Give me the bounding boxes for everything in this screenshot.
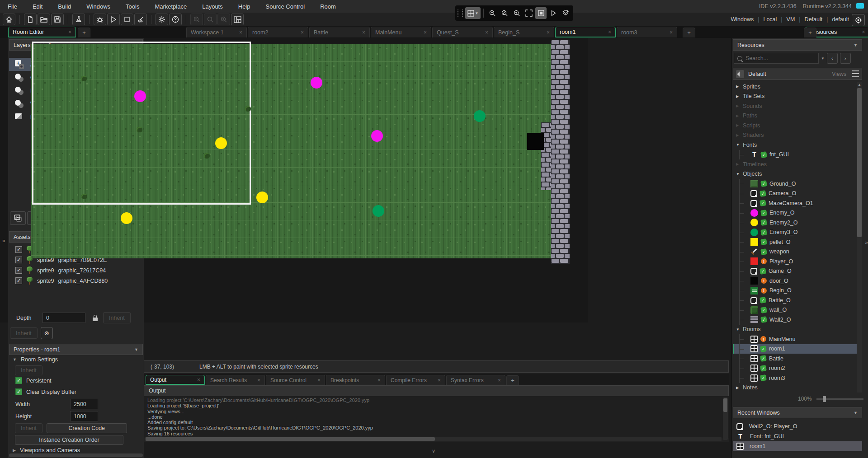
depth-inherit-button[interactable]: Inherit <box>103 312 131 323</box>
checkbox-checked[interactable] <box>15 277 22 284</box>
expander-icon[interactable] <box>736 94 743 98</box>
door-instance[interactable] <box>527 133 544 150</box>
resource-row[interactable]: Battle_O <box>733 295 858 305</box>
stop-button[interactable] <box>121 14 133 25</box>
canvas-zoom-out-button[interactable] <box>486 7 498 19</box>
zoom-slider[interactable] <box>816 398 863 400</box>
recent-window-row[interactable]: room1 <box>733 441 862 451</box>
expander-icon[interactable] <box>736 172 743 176</box>
resource-row[interactable]: pellet_O <box>733 237 858 247</box>
zoom-out-button[interactable] <box>190 14 203 25</box>
resource-row[interactable]: Paths <box>733 111 858 121</box>
resource-row[interactable]: Timelines <box>733 159 858 169</box>
left-panel-scrollbar[interactable] <box>9 453 143 457</box>
add-output-tab-button[interactable]: + <box>506 375 519 385</box>
resource-row[interactable]: Player_O <box>733 257 858 266</box>
resource-tree-scrollbar[interactable]: ▲ <box>857 82 862 393</box>
close-icon[interactable]: × <box>485 29 488 36</box>
open-project-button[interactable] <box>38 14 50 25</box>
canvas-zoom-in-button[interactable] <box>511 7 522 19</box>
resource-row[interactable]: Scripts <box>733 121 858 131</box>
output-vertical-scrollbar[interactable] <box>723 397 728 440</box>
creation-code-button[interactable]: Creation Code <box>47 423 127 433</box>
expander-icon[interactable] <box>736 104 743 108</box>
zoom-in-button[interactable] <box>217 14 230 25</box>
home-button[interactable] <box>3 14 15 25</box>
enemy-instance[interactable] <box>311 77 322 89</box>
resource-row[interactable]: Tile Sets <box>733 92 858 102</box>
search-prev-button[interactable]: ‹ <box>827 53 838 64</box>
new-project-button[interactable] <box>24 14 37 25</box>
recent-window-row[interactable]: Font: fnt_GUI <box>733 431 862 441</box>
menu-item[interactable]: Build <box>50 3 79 10</box>
add-tool-tab-button[interactable]: + <box>78 28 90 37</box>
menu-item[interactable]: Marketplace <box>147 3 194 10</box>
close-icon[interactable]: × <box>670 29 673 36</box>
room-height-input[interactable]: 1000 <box>70 411 98 421</box>
recent-windows-header[interactable]: Recent Windows ▼ <box>733 407 862 418</box>
run-button[interactable] <box>107 14 120 25</box>
chat-icon[interactable] <box>856 3 864 9</box>
checkbox-checked[interactable] <box>15 257 22 263</box>
menu-item[interactable]: File <box>0 3 25 10</box>
menu-item[interactable]: Tools <box>118 3 147 10</box>
checkbox-checked[interactable] <box>15 246 22 253</box>
target-manager-icon[interactable] <box>852 14 865 26</box>
output-log[interactable]: Loading project 'C:\Users\Zachary\Docume… <box>144 396 729 438</box>
enemy-instance[interactable] <box>121 212 132 224</box>
inherit-button[interactable]: Inherit <box>15 423 42 433</box>
resource-row[interactable]: Sprites <box>733 82 858 92</box>
expander-icon[interactable] <box>736 123 743 127</box>
workspace-tab[interactable]: room1 × <box>555 27 616 37</box>
room-width-input[interactable]: 2500 <box>70 399 98 409</box>
recent-window-row[interactable]: Wall2_O: Player_O <box>733 421 862 431</box>
workspace-tab[interactable]: room2 × <box>248 27 308 37</box>
workspace-tab[interactable]: Quest_S × <box>432 27 493 37</box>
search-options-chevron[interactable]: ▼ <box>821 56 825 61</box>
close-icon[interactable]: × <box>424 29 427 36</box>
add-workspace-tab-button[interactable]: + <box>683 28 695 37</box>
close-icon[interactable]: × <box>498 377 501 383</box>
env-build[interactable]: Local <box>763 16 777 23</box>
add-background-layer-button[interactable] <box>10 211 26 225</box>
canvas-run-button[interactable] <box>547 7 559 19</box>
room-properties-header[interactable]: Properties - room1▼ <box>9 344 143 355</box>
menu-item[interactable]: Help <box>231 3 258 10</box>
expander-icon[interactable] <box>736 327 743 332</box>
resource-row[interactable]: door_O <box>733 276 858 286</box>
resource-row[interactable]: MazeCamera_O1 <box>733 198 858 208</box>
toolbar-grip[interactable] <box>458 9 463 17</box>
close-icon[interactable]: × <box>362 29 365 36</box>
env-device[interactable]: default <box>832 16 849 23</box>
views-menu-icon[interactable] <box>852 70 859 77</box>
enemy-instance[interactable] <box>134 90 146 102</box>
close-icon[interactable]: × <box>257 377 260 383</box>
show-room-border-button[interactable] <box>535 7 547 19</box>
inherit-button[interactable]: Inherit <box>10 327 38 339</box>
workspace-tab[interactable]: MainMenu × <box>371 27 431 37</box>
resource-row[interactable]: Begin_O <box>733 286 858 296</box>
resource-row[interactable]: Objects <box>733 169 858 179</box>
enemy-instance[interactable] <box>256 192 268 203</box>
close-icon[interactable]: × <box>547 29 550 36</box>
enemy-instance[interactable] <box>371 130 383 142</box>
resource-row[interactable]: Enemy3_O <box>733 228 858 238</box>
tab-room-editor[interactable]: Room Editor × <box>8 27 76 37</box>
resource-row[interactable]: Battle <box>733 354 858 364</box>
resource-row[interactable]: room3 <box>733 373 858 383</box>
clear-inherit-icon[interactable]: ⊗ <box>41 327 53 339</box>
resource-row[interactable]: Ground_O <box>733 179 858 189</box>
room-view[interactable] <box>31 40 570 264</box>
close-icon[interactable]: × <box>317 377 321 383</box>
expander-icon[interactable] <box>736 143 743 147</box>
project-root-row[interactable]: Default Views <box>733 68 862 80</box>
layout-windows-button[interactable] <box>231 14 244 25</box>
output-tab[interactable]: Search Results × <box>206 375 265 385</box>
asset-sprite-row[interactable]: sprite9 graphic_4AFCD880 <box>9 276 143 286</box>
add-resources-tab-button[interactable]: + <box>804 28 816 37</box>
output-tab[interactable]: Compile Errors × <box>386 375 445 385</box>
asset-sprite-row[interactable]: sprite9 graphic_72617C94 <box>9 265 143 276</box>
save-project-button[interactable] <box>51 14 64 25</box>
output-tab[interactable]: Output × <box>146 375 205 385</box>
env-config[interactable]: Default <box>805 16 823 23</box>
